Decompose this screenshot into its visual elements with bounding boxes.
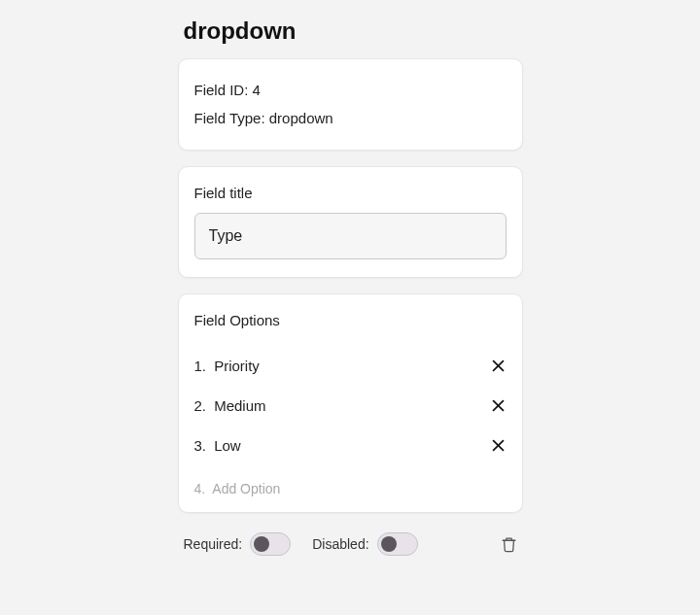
field-id-value: 4 [253,82,261,98]
field-editor-panel: dropdown Field ID: 4 Field Type: dropdow… [178,0,523,615]
field-info-card: Field ID: 4 Field Type: dropdown [178,58,523,151]
option-text: 2. Medium [194,397,266,414]
required-toggle[interactable] [250,532,291,556]
option-number: 1. [194,358,207,374]
disabled-label: Disabled: [312,536,368,552]
field-options-card: Field Options 1. Priority 2. Medium 3. L… [178,293,523,513]
disabled-toggle-group: Disabled: [312,532,417,556]
option-number: 3. [194,437,207,454]
field-title-label: Field title [194,185,507,201]
page-title: dropdown [178,0,523,58]
add-option-label: Add Option [212,481,280,496]
field-title-card: Field title [178,166,523,278]
field-title-input[interactable] [194,213,507,259]
remove-option-icon[interactable] [490,358,507,374]
option-text: 1. Priority [194,358,260,374]
option-label: Priority [214,358,260,374]
remove-option-icon[interactable] [490,397,507,414]
option-row: 2. Medium [194,386,507,426]
option-label: Medium [214,397,265,414]
field-id-line: Field ID: 4 [194,77,507,105]
required-label: Required: [184,536,243,552]
option-row: 1. Priority [194,346,507,386]
footer-row: Required: Disabled: [178,529,523,556]
field-options-label: Field Options [194,312,507,328]
required-toggle-group: Required: [184,532,292,556]
field-id-label: Field ID: [194,82,249,98]
add-option-button[interactable]: 4. Add Option [194,465,507,502]
option-number: 2. [194,397,207,414]
remove-option-icon[interactable] [490,437,507,454]
field-type-label: Field Type: [194,110,265,126]
option-text: 3. Low [194,437,241,454]
option-row: 3. Low [194,426,507,465]
add-option-number: 4. [194,481,206,496]
disabled-toggle[interactable] [377,532,418,556]
field-type-line: Field Type: dropdown [194,105,507,133]
field-type-value: dropdown [269,110,333,126]
delete-field-icon[interactable] [501,535,517,554]
option-label: Low [214,437,241,454]
